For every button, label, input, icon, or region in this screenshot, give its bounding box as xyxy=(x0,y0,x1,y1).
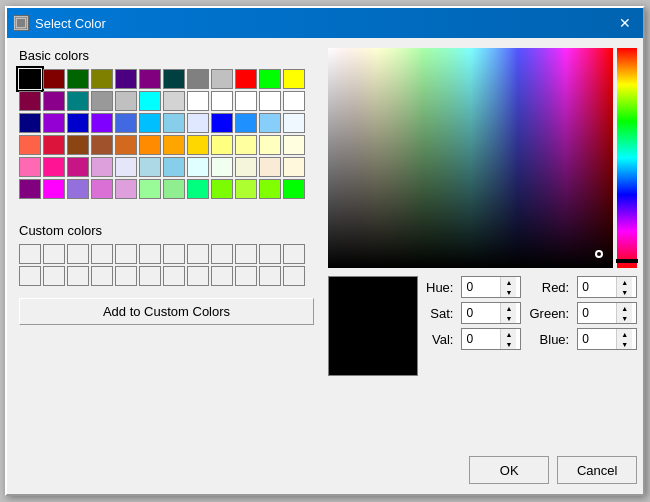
basic-swatch-27[interactable] xyxy=(91,113,113,133)
basic-swatch-3[interactable] xyxy=(91,69,113,89)
basic-swatch-0[interactable] xyxy=(19,69,41,89)
hue-slider[interactable] xyxy=(617,48,637,268)
basic-swatch-58[interactable] xyxy=(259,157,281,177)
basic-swatch-13[interactable] xyxy=(43,91,65,111)
basic-swatch-70[interactable] xyxy=(259,179,281,199)
custom-swatch-20[interactable] xyxy=(211,266,233,286)
custom-swatch-13[interactable] xyxy=(43,266,65,286)
basic-swatch-14[interactable] xyxy=(67,91,89,111)
basic-swatch-19[interactable] xyxy=(187,91,209,111)
basic-swatch-18[interactable] xyxy=(163,91,185,111)
basic-swatch-26[interactable] xyxy=(67,113,89,133)
basic-swatch-69[interactable] xyxy=(235,179,257,199)
basic-swatch-45[interactable] xyxy=(235,135,257,155)
basic-swatch-6[interactable] xyxy=(163,69,185,89)
custom-swatch-0[interactable] xyxy=(19,244,41,264)
basic-swatch-68[interactable] xyxy=(211,179,233,199)
basic-swatch-16[interactable] xyxy=(115,91,137,111)
custom-swatch-17[interactable] xyxy=(139,266,161,286)
color-gradient-canvas[interactable] xyxy=(328,48,613,268)
basic-swatch-61[interactable] xyxy=(43,179,65,199)
custom-swatch-1[interactable] xyxy=(43,244,65,264)
basic-swatch-29[interactable] xyxy=(139,113,161,133)
basic-swatch-51[interactable] xyxy=(91,157,113,177)
basic-swatch-53[interactable] xyxy=(139,157,161,177)
basic-swatch-1[interactable] xyxy=(43,69,65,89)
basic-swatch-5[interactable] xyxy=(139,69,161,89)
sat-down-btn[interactable]: ▼ xyxy=(501,313,516,323)
basic-swatch-34[interactable] xyxy=(259,113,281,133)
blue-input[interactable] xyxy=(578,329,616,349)
basic-swatch-38[interactable] xyxy=(67,135,89,155)
basic-swatch-35[interactable] xyxy=(283,113,305,133)
custom-swatch-12[interactable] xyxy=(19,266,41,286)
basic-swatch-66[interactable] xyxy=(163,179,185,199)
green-input[interactable] xyxy=(578,303,616,323)
basic-swatch-64[interactable] xyxy=(115,179,137,199)
basic-swatch-28[interactable] xyxy=(115,113,137,133)
basic-swatch-20[interactable] xyxy=(211,91,233,111)
basic-swatch-63[interactable] xyxy=(91,179,113,199)
red-input[interactable] xyxy=(578,277,616,297)
custom-swatch-18[interactable] xyxy=(163,266,185,286)
basic-swatch-33[interactable] xyxy=(235,113,257,133)
hue-up-btn[interactable]: ▲ xyxy=(501,277,516,287)
basic-swatch-50[interactable] xyxy=(67,157,89,177)
val-input[interactable] xyxy=(462,329,500,349)
custom-swatch-19[interactable] xyxy=(187,266,209,286)
basic-swatch-43[interactable] xyxy=(187,135,209,155)
custom-swatch-11[interactable] xyxy=(283,244,305,264)
basic-swatch-23[interactable] xyxy=(283,91,305,111)
custom-swatch-8[interactable] xyxy=(211,244,233,264)
val-up-btn[interactable]: ▲ xyxy=(501,329,516,339)
close-button[interactable]: ✕ xyxy=(613,13,637,33)
basic-swatch-39[interactable] xyxy=(91,135,113,155)
basic-swatch-36[interactable] xyxy=(19,135,41,155)
add-custom-colors-button[interactable]: Add to Custom Colors xyxy=(19,298,314,325)
basic-swatch-44[interactable] xyxy=(211,135,233,155)
basic-swatch-65[interactable] xyxy=(139,179,161,199)
basic-swatch-46[interactable] xyxy=(259,135,281,155)
basic-swatch-55[interactable] xyxy=(187,157,209,177)
custom-swatch-2[interactable] xyxy=(67,244,89,264)
basic-swatch-9[interactable] xyxy=(235,69,257,89)
custom-swatch-6[interactable] xyxy=(163,244,185,264)
basic-swatch-40[interactable] xyxy=(115,135,137,155)
basic-swatch-22[interactable] xyxy=(259,91,281,111)
custom-swatch-5[interactable] xyxy=(139,244,161,264)
basic-swatch-32[interactable] xyxy=(211,113,233,133)
basic-swatch-54[interactable] xyxy=(163,157,185,177)
basic-swatch-37[interactable] xyxy=(43,135,65,155)
red-down-btn[interactable]: ▼ xyxy=(617,287,632,297)
sat-input[interactable] xyxy=(462,303,500,323)
basic-swatch-42[interactable] xyxy=(163,135,185,155)
basic-swatch-7[interactable] xyxy=(187,69,209,89)
basic-swatch-21[interactable] xyxy=(235,91,257,111)
ok-button[interactable]: OK xyxy=(469,456,549,484)
basic-swatch-57[interactable] xyxy=(235,157,257,177)
basic-swatch-41[interactable] xyxy=(139,135,161,155)
basic-swatch-60[interactable] xyxy=(19,179,41,199)
custom-swatch-7[interactable] xyxy=(187,244,209,264)
custom-swatch-4[interactable] xyxy=(115,244,137,264)
basic-swatch-17[interactable] xyxy=(139,91,161,111)
blue-up-btn[interactable]: ▲ xyxy=(617,329,632,339)
hue-input[interactable] xyxy=(462,277,500,297)
red-up-btn[interactable]: ▲ xyxy=(617,277,632,287)
basic-swatch-49[interactable] xyxy=(43,157,65,177)
basic-swatch-12[interactable] xyxy=(19,91,41,111)
basic-swatch-30[interactable] xyxy=(163,113,185,133)
basic-swatch-48[interactable] xyxy=(19,157,41,177)
sat-up-btn[interactable]: ▲ xyxy=(501,303,516,313)
custom-swatch-14[interactable] xyxy=(67,266,89,286)
basic-swatch-11[interactable] xyxy=(283,69,305,89)
custom-swatch-22[interactable] xyxy=(259,266,281,286)
basic-swatch-31[interactable] xyxy=(187,113,209,133)
basic-swatch-15[interactable] xyxy=(91,91,113,111)
custom-swatch-9[interactable] xyxy=(235,244,257,264)
val-down-btn[interactable]: ▼ xyxy=(501,339,516,349)
basic-swatch-25[interactable] xyxy=(43,113,65,133)
basic-swatch-10[interactable] xyxy=(259,69,281,89)
blue-down-btn[interactable]: ▼ xyxy=(617,339,632,349)
basic-swatch-56[interactable] xyxy=(211,157,233,177)
